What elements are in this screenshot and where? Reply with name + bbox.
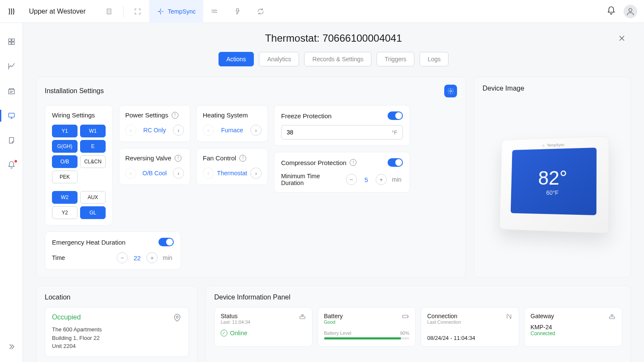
chip-y1[interactable]: Y1 [52, 125, 78, 137]
info-icon[interactable]: ! [175, 155, 181, 162]
info-icon[interactable]: ! [172, 112, 178, 119]
heating-next[interactable]: › [250, 125, 262, 136]
alert-dot-icon [14, 160, 17, 162]
chip-ob[interactable]: O/B [52, 155, 78, 168]
freeze-input[interactable] [287, 129, 392, 136]
device-image-panel: Device Image TempSync 82° 60°F [474, 77, 631, 278]
svg-point-9 [176, 316, 178, 318]
subtab-logs[interactable]: Logs [420, 52, 448, 66]
installation-settings-button[interactable] [444, 85, 457, 97]
subtab-triggers[interactable]: Triggers [377, 52, 414, 66]
emergency-value: 22 [133, 254, 141, 262]
wiring-title: Wiring Settings [52, 111, 106, 119]
sidebar-collection[interactable] [0, 82, 23, 100]
fan-title: Fan Control [203, 154, 236, 162]
chip-w1[interactable]: W1 [80, 125, 106, 137]
power-card: Power Settings! ‹ RC Only › [119, 105, 190, 142]
chip-ggh[interactable]: G(GH) [52, 140, 78, 153]
pin-icon [173, 314, 181, 322]
device-info-title: Device Information Panel [214, 294, 622, 301]
top-tab-tempsync[interactable]: TempSync [149, 0, 203, 23]
heating-prev[interactable]: ‹ [203, 125, 214, 136]
chip-y2[interactable]: Y2 [52, 206, 78, 219]
battery-card: Battery Good Battery Level 90% [318, 307, 416, 347]
close-icon [618, 34, 626, 43]
user-avatar[interactable] [624, 5, 637, 18]
tempsync-icon [157, 8, 164, 15]
freeze-unit: °F [392, 129, 397, 136]
subtab-actions[interactable]: Actions [218, 52, 254, 66]
topbar: Upper at Westover TempSync [0, 0, 644, 23]
collection-icon [7, 87, 16, 95]
wiring-chips: Y1 W1 G(GH) E O/B CL&CN PEK W2 AUX Y2 [52, 125, 106, 219]
freeze-toggle[interactable] [388, 111, 403, 120]
fan-prev[interactable]: ‹ [203, 168, 214, 179]
svg-rect-5 [12, 42, 14, 45]
bell-icon [607, 6, 616, 15]
sidebar-alerts[interactable] [0, 156, 23, 174]
top-tab-refresh[interactable] [249, 0, 272, 23]
heating-value: Furnace [217, 127, 247, 134]
compressor-dec[interactable]: − [346, 174, 357, 185]
sidebar-notes[interactable] [0, 131, 23, 150]
info-icon[interactable]: ! [350, 159, 356, 166]
svg-rect-11 [402, 315, 408, 318]
power-next[interactable]: › [173, 125, 184, 136]
fan-card: Fan Control! ‹ Thermostat › [196, 148, 268, 185]
power-prev[interactable]: ‹ [125, 125, 136, 136]
sidebar-analytics[interactable] [0, 57, 23, 76]
page-title: Thermostat: 70666100004041 [265, 32, 402, 44]
check-icon: ✓ [221, 330, 227, 336]
brand-mark-icon [542, 143, 546, 147]
location-status: Occupied [52, 314, 81, 321]
connection-last-label: Last Connection [427, 319, 461, 325]
installation-panel: Installation Settings Wiring Settings Y1… [36, 77, 466, 278]
top-tab-bolt[interactable] [226, 0, 249, 23]
location-line3: Unit 2204 [52, 342, 181, 351]
emergency-toggle[interactable] [158, 238, 174, 246]
divider [123, 6, 124, 17]
battery-bar [324, 337, 410, 339]
emergency-dec[interactable]: − [117, 252, 128, 263]
device-info-panel: Device Information Panel Status Last: 11… [205, 285, 631, 362]
info-icon[interactable]: ! [239, 155, 246, 162]
battery-icon [402, 313, 409, 320]
fan-next[interactable]: › [250, 168, 262, 179]
reversing-next[interactable]: › [173, 168, 184, 179]
chip-e[interactable]: E [80, 140, 106, 153]
subtabs: Actions Analytics Records & Settings Tri… [36, 52, 631, 66]
gateway-name: KMP-24 [531, 324, 616, 331]
top-tab-expand[interactable] [126, 0, 149, 23]
chip-gl[interactable]: GL [80, 206, 106, 219]
subtab-analytics[interactable]: Analytics [259, 52, 299, 66]
reversing-prev[interactable]: ‹ [125, 168, 136, 179]
sidebar-dashboard[interactable] [0, 32, 23, 51]
compressor-inc[interactable]: + [376, 174, 387, 185]
chip-clcn[interactable]: CL&CN [80, 155, 106, 168]
reversing-title: Reversing Valve [125, 154, 171, 162]
emergency-inc[interactable]: + [147, 252, 158, 263]
sidebar-device[interactable] [0, 106, 23, 125]
battery-level-label: Battery Level [324, 331, 351, 336]
sidebar-expand[interactable] [0, 337, 23, 356]
signal-icon [505, 313, 513, 320]
compressor-toggle[interactable] [388, 158, 403, 167]
svg-rect-7 [9, 113, 14, 117]
compressor-value: 5 [362, 176, 371, 183]
subtab-records[interactable]: Records & Settings [304, 52, 371, 66]
thermostat-brand: TempSync [547, 143, 564, 147]
chip-aux[interactable]: AUX [80, 191, 106, 204]
chevrons-right-icon [7, 342, 16, 351]
chip-w2[interactable]: W2 [52, 191, 78, 204]
notifications-button[interactable] [607, 6, 616, 17]
device-image: TempSync 82° 60°F [483, 98, 622, 270]
monitor-icon [7, 111, 16, 120]
close-button[interactable] [616, 32, 628, 44]
chip-pek[interactable]: PEK [52, 171, 78, 183]
top-tab-waves[interactable] [203, 0, 226, 23]
top-tab-building[interactable] [98, 0, 121, 23]
emergency-time-label: Time [52, 254, 112, 261]
svg-point-1 [629, 8, 632, 11]
connection-title: Connection [427, 313, 461, 319]
svg-rect-10 [300, 316, 305, 319]
